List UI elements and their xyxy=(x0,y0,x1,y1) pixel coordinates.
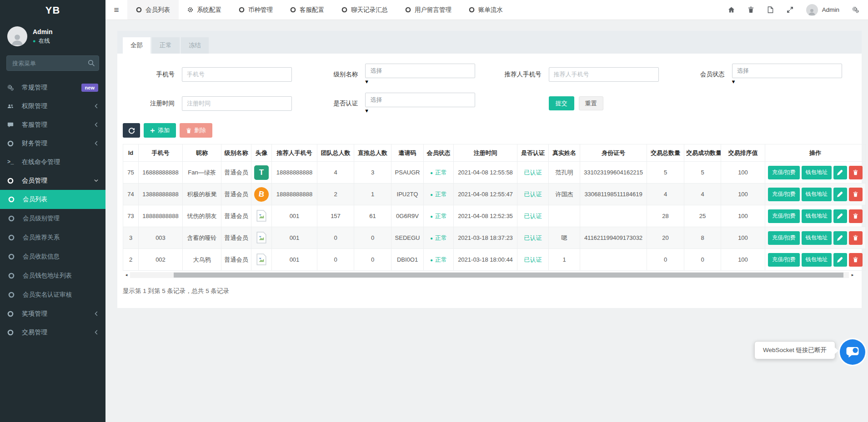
sidebar-item-label: 常规管理 xyxy=(22,84,47,92)
refresh-button[interactable] xyxy=(123,123,140,138)
delete-button[interactable]: 删除 xyxy=(180,123,212,138)
cell-id-card: 331023199604162215 xyxy=(580,162,647,184)
status-filter-tab[interactable]: 正常 xyxy=(152,37,180,54)
reset-button[interactable]: 重置 xyxy=(579,96,603,110)
wallet-address-button[interactable]: 钱包地址 xyxy=(802,253,832,267)
member-status-select[interactable]: 选择 xyxy=(732,64,842,78)
status-filter-tab[interactable]: 全部 xyxy=(123,37,151,54)
chat-fab-button[interactable] xyxy=(840,339,865,365)
settings-gears-icon[interactable] xyxy=(852,6,859,13)
col-phone: 手机号 xyxy=(139,144,183,162)
search-icon[interactable] xyxy=(88,60,95,66)
hamburger-menu-icon[interactable]: ≡ xyxy=(105,5,127,15)
recharge-deduct-button[interactable]: 充值/扣费 xyxy=(768,231,799,245)
row-delete-button[interactable] xyxy=(849,253,863,267)
recharge-deduct-button[interactable]: 充值/扣费 xyxy=(768,253,799,267)
cell-invite-code: IPU2TQ xyxy=(391,184,424,205)
member-row: 74 13888888888 积极的板凳 普通会员 T B xyxy=(123,184,866,205)
cell-id: 3 xyxy=(123,227,139,249)
row-delete-button[interactable] xyxy=(849,188,863,201)
bitcoin-avatar-icon: B xyxy=(253,186,270,202)
nav-tab[interactable]: 币种管理 xyxy=(230,0,281,20)
home-icon[interactable] xyxy=(728,6,735,13)
verified-select[interactable]: 选择 xyxy=(365,93,475,107)
status-dot-icon: ● xyxy=(430,170,433,175)
nav-tab[interactable]: 用户留言管理 xyxy=(396,0,460,20)
edit-button[interactable] xyxy=(833,166,847,179)
sidebar-item[interactable]: >_ 会员推荐关系 xyxy=(0,228,105,247)
circle-icon xyxy=(469,7,475,13)
row-delete-button[interactable] xyxy=(849,166,863,179)
clear-cache-icon[interactable] xyxy=(767,6,774,13)
cell-trade-total: 28 xyxy=(647,205,684,227)
trash-icon[interactable] xyxy=(748,6,754,13)
nav-tab[interactable]: 系统配置 xyxy=(179,0,230,20)
cell-id-card: 411621199409173032 xyxy=(580,227,647,249)
nav-tab[interactable]: 聊天记录汇总 xyxy=(333,0,396,20)
user-menu[interactable]: Admin xyxy=(806,4,839,16)
sidebar-item[interactable]: >_ 财务管理 xyxy=(0,134,105,153)
recharge-deduct-button[interactable]: 充值/扣费 xyxy=(768,209,799,223)
scrollbar-thumb[interactable] xyxy=(174,273,843,278)
sidebar-item[interactable]: >_ 在线命令管理 xyxy=(0,153,105,171)
wallet-address-button[interactable]: 钱包地址 xyxy=(802,188,832,201)
user-name: Admin xyxy=(33,28,53,35)
sidebar-item[interactable]: >_ 权限管理 xyxy=(0,97,105,115)
col-avatar: 头像 xyxy=(251,144,272,162)
row-delete-button[interactable] xyxy=(849,231,863,245)
nav-tab-label: 币种管理 xyxy=(248,6,273,14)
wallet-address-button[interactable]: 钱包地址 xyxy=(802,166,832,179)
cell-team-total: 2 xyxy=(317,184,354,205)
sidebar-item[interactable]: >_ 会员级别管理 xyxy=(0,209,105,228)
sidebar-menu: >_ 常规管理 new >_ 权限管理 xyxy=(0,78,105,342)
nav-tab[interactable]: 账单流水 xyxy=(460,0,512,20)
recharge-deduct-button[interactable]: 充值/扣费 xyxy=(768,166,799,179)
cell-trade-success: 5 xyxy=(684,162,721,184)
wallet-address-button[interactable]: 钱包地址 xyxy=(802,231,832,245)
sidebar-item[interactable]: >_ 会员钱包地址列表 xyxy=(0,266,105,285)
sidebar-item[interactable]: >_ 会员收款信息 xyxy=(0,247,105,266)
search-input[interactable] xyxy=(6,55,99,71)
phone-label: 手机号 xyxy=(123,70,182,79)
table-toolbar: 添加 删除 xyxy=(117,116,862,144)
sidebar-item[interactable]: >_ 常规管理 new xyxy=(0,78,105,97)
referrer-phone-input[interactable] xyxy=(549,67,659,82)
cell-id-card xyxy=(580,205,647,227)
sidebar-item[interactable]: >_ 客服管理 xyxy=(0,115,105,134)
terminal-icon: >_ xyxy=(7,159,14,165)
cell-real-name xyxy=(549,205,580,227)
fullscreen-icon[interactable] xyxy=(787,6,793,13)
edit-button[interactable] xyxy=(833,231,847,245)
circle-icon xyxy=(8,215,15,222)
row-delete-button[interactable] xyxy=(849,209,863,223)
edit-button[interactable] xyxy=(833,253,847,267)
cell-direct-total: 3 xyxy=(354,162,391,184)
pencil-icon xyxy=(837,235,843,241)
scroll-right-arrow[interactable]: ▸ xyxy=(849,272,856,278)
nav-tab[interactable]: 会员列表 xyxy=(127,0,179,20)
edit-button[interactable] xyxy=(833,188,847,201)
cell-nickname: 大乌鸦 xyxy=(183,249,221,271)
wallet-address-button[interactable]: 钱包地址 xyxy=(802,209,832,223)
cell-reg-time: 2021-04-08 12:52:35 xyxy=(454,205,517,227)
scroll-left-arrow[interactable]: ◂ xyxy=(123,272,130,278)
cell-referrer: 001 xyxy=(272,205,317,227)
sidebar-item[interactable]: >_ 交易管理 xyxy=(0,323,105,342)
sidebar-item[interactable]: >_ 奖项管理 xyxy=(0,304,105,323)
chevron-down-icon xyxy=(94,178,98,183)
submit-button[interactable]: 提交 xyxy=(549,96,574,110)
status-filter-tab[interactable]: 冻结 xyxy=(181,37,209,54)
edit-button[interactable] xyxy=(833,209,847,223)
level-select[interactable]: 选择 xyxy=(365,64,475,78)
add-button[interactable]: 添加 xyxy=(144,123,176,138)
level-label: 级别名称 xyxy=(306,70,365,79)
sidebar-item[interactable]: >_ 会员列表 xyxy=(0,190,105,209)
sidebar-item[interactable]: >_ 会员管理 xyxy=(0,171,105,190)
circle-icon xyxy=(341,7,347,13)
phone-input[interactable] xyxy=(182,67,292,82)
regtime-input[interactable] xyxy=(182,96,292,111)
nav-tab[interactable]: 客服配置 xyxy=(281,0,333,20)
sidebar-item[interactable]: >_ 会员实名认证审核 xyxy=(0,285,105,304)
recharge-deduct-button[interactable]: 充值/扣费 xyxy=(768,188,799,201)
circle-icon xyxy=(290,7,296,13)
